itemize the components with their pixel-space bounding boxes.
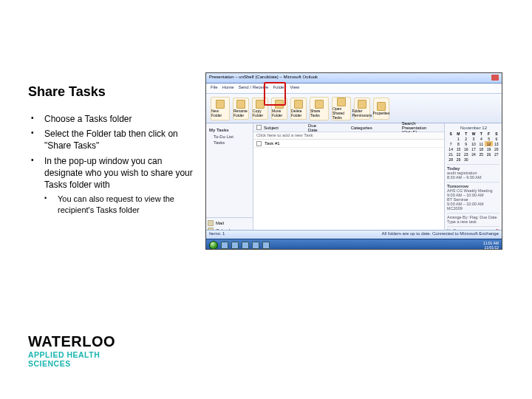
outlook-body: My Tasks To-Do List Tasks Mail Calendar …	[206, 123, 502, 250]
col-subject[interactable]: Subject	[264, 126, 279, 130]
task-row[interactable]: Task #1	[253, 140, 444, 148]
text-column: Share Tasks Choose a Tasks folder Select…	[28, 84, 197, 216]
tomorrow-section: Tomorrow AHS CG Weekly Meeting 9:00 AM –…	[447, 182, 499, 211]
ribbon-tabs: File Home Send / Receive Folder View	[206, 83, 502, 94]
bullet-3: In the pop-up window you can designate w…	[28, 155, 197, 191]
slide: Share Tasks Choose a Tasks folder Select…	[0, 0, 532, 399]
taskbar-app-icon[interactable]	[242, 242, 249, 249]
share-icon	[315, 100, 324, 109]
folder-icon	[337, 98, 346, 106]
bullet-1: Choose a Tasks folder	[28, 113, 197, 125]
nav-header: My Tasks	[209, 128, 250, 132]
permissions-icon	[358, 100, 366, 109]
calendar-month: November 12	[447, 126, 500, 130]
start-orb-icon[interactable]	[209, 241, 218, 250]
properties-icon	[377, 102, 386, 111]
slide-title: Share Tasks	[28, 84, 197, 100]
taskbar-app-icon[interactable]	[262, 242, 270, 249]
folder-icon	[216, 100, 225, 109]
folder-icon	[236, 100, 245, 109]
arrange-section: Arrange By: Flag: Due Date Type a new ta…	[447, 213, 499, 224]
col-categories[interactable]: Categories	[351, 126, 372, 130]
taskbar-app-icon[interactable]	[221, 242, 228, 249]
sub-bullet-1: You can also request to view the recipie…	[28, 194, 197, 216]
logo-subtext-2: SCIENCES	[28, 360, 115, 368]
sub-bullet-list: You can also request to view the recipie…	[28, 194, 197, 216]
system-tray[interactable]: 11:01 AM 11/01/12	[483, 241, 499, 250]
col-due[interactable]: Due Date	[308, 123, 321, 132]
mail-icon	[208, 220, 214, 226]
tab-view[interactable]: View	[290, 85, 299, 93]
waterloo-logo: WATERLOO APPLIED HEALTH SCIENCES	[28, 333, 115, 368]
window-title-text: Presentation – unShelf (Candidate) – Mic…	[209, 75, 318, 81]
task-subject: Task #1	[265, 141, 280, 146]
logo-wordmark: WATERLOO	[28, 333, 115, 350]
calendar-grid: SMTWTFS123456789101112131415161718192021…	[447, 131, 500, 162]
checkbox-icon	[256, 125, 262, 130]
add-task-row[interactable]: Click here to add a new Task	[253, 132, 444, 140]
status-right: All folders are up to date. Connected to…	[382, 231, 499, 236]
bullet-2: Select the Folder tab then click on "Sha…	[28, 128, 197, 151]
taskbar-app-icon[interactable]	[231, 242, 239, 249]
properties-button[interactable]: Properties	[373, 98, 389, 120]
tab-home[interactable]: Home	[222, 85, 234, 93]
taskbar-app-icon[interactable]	[252, 242, 259, 249]
task-columns: Subject Due Date Categories Search Prese…	[253, 123, 444, 132]
outlook-screenshot: Presentation – unShelf (Candidate) – Mic…	[205, 72, 502, 250]
nav-todo[interactable]: To-Do List	[209, 134, 250, 140]
windows-taskbar: 11:01 AM 11/01/12	[206, 239, 502, 250]
logo-subtext-1: APPLIED HEALTH	[28, 351, 115, 359]
task-checkbox[interactable]	[256, 141, 262, 146]
share-tasks-button[interactable]: Share Tasks	[310, 97, 329, 120]
open-shared-tasks-button[interactable]: Open Shared Tasks	[332, 97, 351, 120]
window-titlebar: Presentation – unShelf (Candidate) – Mic…	[206, 73, 502, 83]
bullet-list: Choose a Tasks folder Select the Folder …	[28, 113, 197, 191]
nav-tasks[interactable]: Tasks	[209, 140, 250, 146]
close-icon[interactable]	[491, 75, 499, 81]
mini-calendar[interactable]: November 12 SMTWTFS123456789101112131415…	[447, 126, 500, 162]
folder-tab-highlight	[264, 82, 286, 106]
delete-folder-button[interactable]: Delete Folder	[290, 98, 307, 120]
folder-permissions-button[interactable]: Folder Permissions	[354, 98, 370, 120]
ribbon: New Folder Rename Folder Copy Folder Mov…	[206, 94, 502, 123]
new-folder-button[interactable]: New Folder	[211, 97, 230, 120]
today-section: Today audit registration 8:30 AM – 9:00 …	[447, 164, 499, 180]
tab-file[interactable]: File	[211, 85, 218, 93]
rename-folder-button[interactable]: Rename Folder	[233, 98, 249, 120]
status-bar: Items: 1 All folders are up to date. Con…	[206, 230, 502, 239]
folder-icon	[294, 100, 303, 109]
status-left: Items: 1	[209, 231, 225, 236]
nav-mail[interactable]: Mail	[208, 219, 251, 227]
